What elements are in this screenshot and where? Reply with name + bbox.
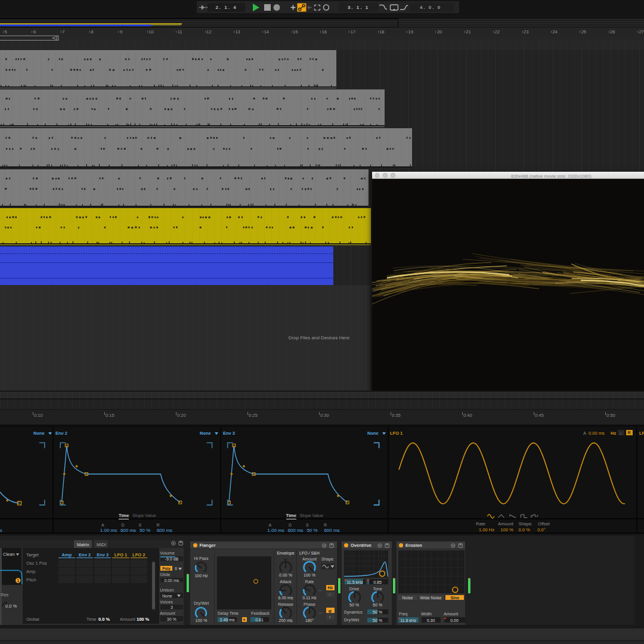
svg-text:0.0 %: 0.0 %	[5, 603, 17, 609]
svg-text:Res: Res	[1, 592, 9, 597]
svg-text:1: 1	[17, 578, 19, 583]
